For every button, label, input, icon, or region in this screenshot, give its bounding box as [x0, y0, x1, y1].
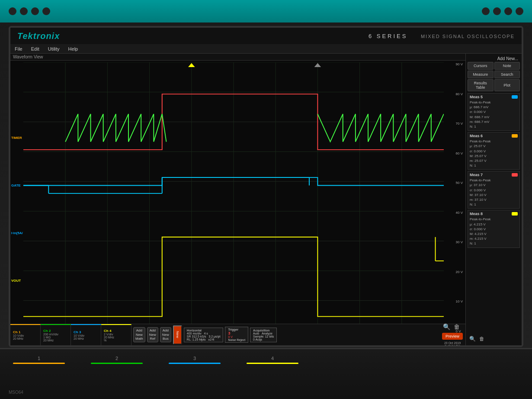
- menu-help[interactable]: Help: [68, 46, 78, 51]
- instrument-body: Tektronix 6 SERIES MIXED SIGNAL OSCILLOS…: [0, 0, 532, 399]
- bottom-channel-bar: Ch 1 10 V/div 20 MHz Ch 2 200 mV/div 1 M…: [10, 324, 465, 345]
- main-content: Waveform View TIMER GATE I·in(5A/ VOUT 9…: [10, 54, 522, 345]
- right-panel-bottom-icons: 🔍 🗑: [468, 334, 520, 344]
- menu-edit[interactable]: Edit: [31, 46, 39, 51]
- add-ref-btn[interactable]: AddNewRef: [147, 327, 158, 342]
- meas8-badge: [512, 212, 518, 216]
- vout-label: VOUT: [11, 279, 21, 283]
- note-btn[interactable]: Note: [494, 62, 520, 70]
- trigger-info[interactable]: Trigger 3 0 V Noise Reject: [225, 327, 248, 343]
- ch1-info[interactable]: Ch 1 10 V/div 20 MHz: [10, 324, 41, 345]
- preview-button[interactable]: Preview: [442, 333, 463, 340]
- gate-label: GATE: [11, 183, 21, 187]
- ch1-label: TIMER: [11, 136, 22, 140]
- y-axis-labels: 90 V 80 V 70 V 60 V 50 V 40 V 30 V 20 V …: [456, 62, 463, 333]
- ch2-info[interactable]: Ch 2 200 mV/div 1 MΩ 20 MHz: [41, 324, 71, 345]
- add-new-group: AddNewMath: [133, 327, 145, 342]
- datetime: 23 Oct 20197:47:04 PM: [442, 341, 463, 346]
- meas7-badge: [512, 173, 518, 177]
- instrument-bottom: 1 2 3 4 MSO64: [0, 348, 532, 399]
- top-bar: [0, 0, 532, 23]
- panel-buttons: Cursors Note Measure Search Results Tabl…: [468, 62, 520, 91]
- indicator-ch4: 4: [247, 356, 298, 364]
- ch3-info[interactable]: Ch 3 10 V/div 20 MHz: [71, 324, 101, 345]
- waveform-title: Waveform View: [10, 54, 465, 61]
- zoom-icon[interactable]: 🔍: [442, 322, 451, 331]
- cursors-btn[interactable]: Cursors: [468, 62, 494, 70]
- brand-logo: Tektronix: [17, 31, 60, 41]
- add-math-btn[interactable]: AddNewMath: [133, 327, 145, 342]
- indicator-ch3: 3: [169, 356, 221, 364]
- menu-utility[interactable]: Utility: [48, 46, 60, 51]
- waveform-svg: [23, 62, 444, 332]
- svg-marker-28: [314, 63, 321, 67]
- menu-bar: File Edit Utility Help: [10, 44, 522, 54]
- add-ref-group: AddNewRef: [147, 327, 158, 342]
- new-button[interactable]: New: [173, 325, 182, 344]
- ch4-info[interactable]: Ch 4 2 V/div 20 MHz %: [101, 324, 131, 345]
- bottom-indicators: 1 2 3 4: [0, 349, 532, 370]
- horizontal-info[interactable]: Horizontal 400 ms/div 4 s SR 312.5 kS/s …: [184, 328, 224, 342]
- bottom-controls: AddNewMath AddNewRef AddNewBus New Horiz: [131, 324, 439, 345]
- meas-8-card[interactable]: Meas 8 Peak-to-Peak μ: 4.215 V σ: 0.000 …: [468, 210, 520, 248]
- search-btn[interactable]: Search: [494, 71, 520, 78]
- brand-model: 6 SERIES MIXED SIGNAL OSCILLOSCOPE: [369, 33, 515, 39]
- brand-bar: Tektronix 6 SERIES MIXED SIGNAL OSCILLOS…: [10, 28, 522, 44]
- meas5-badge: [512, 95, 518, 99]
- right-panel: Add New... Cursors Note Measure Search R…: [465, 54, 522, 345]
- iin-label: I·in(5A/: [11, 231, 23, 235]
- add-bus-btn[interactable]: AddNewBus: [160, 327, 171, 342]
- meas-7-card[interactable]: Meas 7 Peak-to-Peak μ: 37.10 V σ: 0.000 …: [468, 171, 520, 209]
- model-label-bottom: MSO64: [9, 390, 23, 395]
- waveform-area: Waveform View TIMER GATE I·in(5A/ VOUT 9…: [10, 54, 465, 345]
- meas-5-card[interactable]: Meas 5 Peak-to-Peak μ: 686.7 mV σ: 0.000…: [468, 93, 520, 131]
- indicator-ch2: 2: [91, 356, 143, 364]
- plot-btn[interactable]: Plot: [494, 79, 520, 91]
- add-new-button[interactable]: Add New...: [468, 55, 520, 62]
- results-table-btn[interactable]: Results Table: [468, 79, 494, 91]
- add-bus-group: AddNewBus: [160, 327, 171, 342]
- screen-bezel: Tektronix 6 SERIES MIXED SIGNAL OSCILLOS…: [9, 26, 523, 347]
- meas6-badge: [512, 134, 518, 138]
- meas-6-card[interactable]: Meas 6 Peak-to-Peak μ: 25.07 V σ: 0.000 …: [468, 132, 520, 170]
- panel-trash-icon[interactable]: 🗑: [478, 335, 485, 343]
- panel-zoom-icon[interactable]: 🔍: [468, 335, 477, 343]
- svg-marker-27: [188, 63, 195, 67]
- menu-file[interactable]: File: [15, 46, 22, 51]
- acquisition-info[interactable]: Acquisition Auto Analyze Sample: 12 bits…: [250, 328, 277, 342]
- measure-btn[interactable]: Measure: [468, 71, 494, 78]
- indicator-ch1: 1: [13, 356, 65, 364]
